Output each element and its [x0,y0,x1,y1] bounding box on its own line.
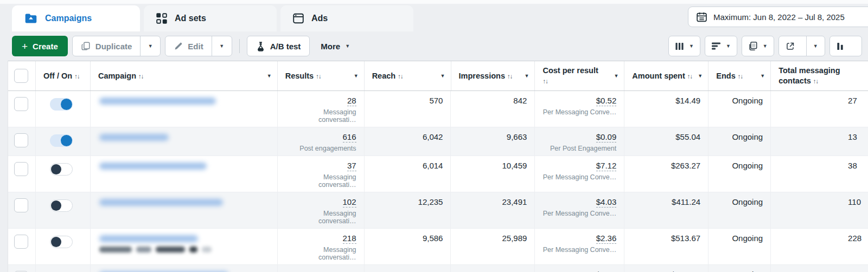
export-dropdown[interactable]: ▼ [806,36,825,56]
breakdown-button[interactable]: ▼ [705,36,737,56]
edit-button-label: Edit [188,42,203,51]
flask-icon [256,41,265,51]
campaign-name-redacted[interactable] [99,199,223,206]
cost-per-result-cell: $1.85 [534,265,624,272]
campaign-toggle[interactable] [50,163,73,176]
impressions-cell: 23,491 [450,192,534,228]
row-checkbox-cell [8,265,35,272]
toggle-cell [35,127,90,156]
chevron-down-icon[interactable]: ▼ [698,73,703,79]
date-range-button[interactable]: Maximum: Jun 8, 2022 – Jul 8, 2025 [688,7,868,27]
row-checkbox[interactable] [14,133,28,147]
toggle-cell [35,192,90,228]
tab-ads[interactable]: Ads [280,5,413,31]
contacts-cell: 84 [770,265,868,272]
chevron-down-icon[interactable]: ▼ [614,73,618,79]
more-button[interactable]: More ▼ [314,36,356,56]
column-header-reach[interactable]: Reach ↑↓▼ [364,61,451,90]
cost-per-result-cell: $0.09Per Post Engagement [534,127,624,156]
toggle-cell [35,229,90,264]
row-checkbox-cell [8,192,35,228]
campaign-name-redacted[interactable] [99,98,216,105]
chevron-down-icon[interactable]: ▼ [760,73,765,79]
calendar-icon [696,11,707,23]
row-checkbox[interactable] [14,97,28,111]
column-header-campaign[interactable]: Campaign ↑↓▼ [90,61,277,90]
contacts-cell: 110 [770,192,868,228]
create-button-label: Create [33,42,58,51]
table-row: 37Messaging conversati…6,01410,459$7.12P… [8,156,868,192]
toggle-cell [35,91,90,127]
ends-cell: Ongoing [708,192,770,228]
chevron-down-icon: ▼ [813,43,818,49]
sort-icon: ↑↓ [687,73,693,80]
reach-cell: 6,042 [364,127,451,156]
results-cell: 102Messaging conversati… [277,192,364,228]
campaign-toggle[interactable] [50,134,73,147]
chevron-down-icon: ▼ [726,43,731,49]
campaign-toggle[interactable] [50,199,73,212]
row-checkbox-cell [8,91,35,127]
chevron-down-icon: ▼ [689,43,694,49]
table-row: 218Messaging conversati…9,58625,989$2.36… [8,229,868,265]
duplicate-dropdown[interactable]: ▼ [140,36,160,56]
level-tabs: Campaigns Ad sets Ads [12,5,413,31]
edit-button[interactable]: Edit [165,36,211,56]
contacts-cell: 27 [770,91,868,127]
export-button[interactable] [779,36,801,56]
columns-button[interactable]: ▼ [668,36,700,56]
table-row: 102Messaging conversati…12,23523,491$4.0… [8,192,868,229]
chevron-down-icon[interactable]: ▼ [267,73,272,79]
impressions-cell: 9,663 [450,127,534,156]
campaign-meta-redacted [99,247,270,252]
campaign-toggle[interactable] [50,98,73,111]
toolbar-divider [239,39,240,53]
column-header-ends[interactable]: Ends ↑↓▼ [708,61,770,90]
select-all-header-cell[interactable] [8,61,35,90]
campaign-name-redacted[interactable] [99,134,169,141]
top-strip [0,0,868,4]
ends-cell: Ongoing [708,265,770,272]
row-checkbox[interactable] [14,198,28,212]
impressions-cell: 10,459 [450,156,534,192]
column-header-contacts[interactable]: Total messaging contacts ↑↓▼ [770,61,868,90]
chevron-down-icon[interactable]: ▼ [354,73,359,79]
amount-spent-cell: $513.67 [624,229,708,264]
column-header-results[interactable]: Results ↑↓▼ [277,61,364,90]
tab-campaigns[interactable]: Campaigns [12,5,140,31]
reach-cell: 9,586 [364,229,451,264]
results-cell: 218Messaging conversati… [277,229,364,264]
campaign-name-redacted[interactable] [99,235,198,242]
campaigns-table: Off / On ↑↓Campaign ↑↓▼Results ↑↓▼Reach … [8,61,868,272]
table-header-row: Off / On ↑↓Campaign ↑↓▼Results ↑↓▼Reach … [8,61,868,91]
campaign-cell [90,156,277,192]
reach-cell: 12,235 [364,192,451,228]
create-button[interactable]: + Create [12,36,68,56]
edit-dropdown[interactable]: ▼ [212,36,232,56]
column-header-cpr[interactable]: Cost per result ↑↓▼ [534,61,624,90]
row-checkbox[interactable] [14,162,28,176]
ab-test-button[interactable]: A/B test [247,36,310,56]
column-header-offon[interactable]: Off / On ↑↓ [35,61,90,90]
select-all-checkbox[interactable] [14,69,28,83]
chevron-down-icon[interactable]: ▼ [441,73,445,79]
chevron-down-icon[interactable]: ▼ [525,73,529,79]
amount-spent-cell: $411.24 [624,192,708,228]
sort-icon: ↑↓ [74,73,80,80]
row-checkbox[interactable] [14,235,28,249]
more-button-label: More [321,42,340,51]
results-cell: 79 [277,265,364,272]
impressions-cell: 25,989 [450,229,534,264]
campaign-name-redacted[interactable] [99,163,207,170]
view-controls: ▼ ▼ ▼ ▼ [668,36,862,56]
duplicate-button-label: Duplicate [95,42,132,51]
column-header-spent[interactable]: Amount spent ↑↓▼ [624,61,708,90]
charts-button-clipped[interactable] [829,36,862,56]
campaign-toggle[interactable] [50,236,73,248]
tab-ad-sets[interactable]: Ad sets [144,5,277,31]
contacts-cell: 228 [770,229,868,264]
column-header-impr[interactable]: Impressions ↑↓▼ [451,61,535,90]
reports-button[interactable]: ▼ [742,36,774,56]
chevron-down-icon: ▼ [219,43,224,49]
duplicate-button[interactable]: Duplicate [73,36,141,56]
